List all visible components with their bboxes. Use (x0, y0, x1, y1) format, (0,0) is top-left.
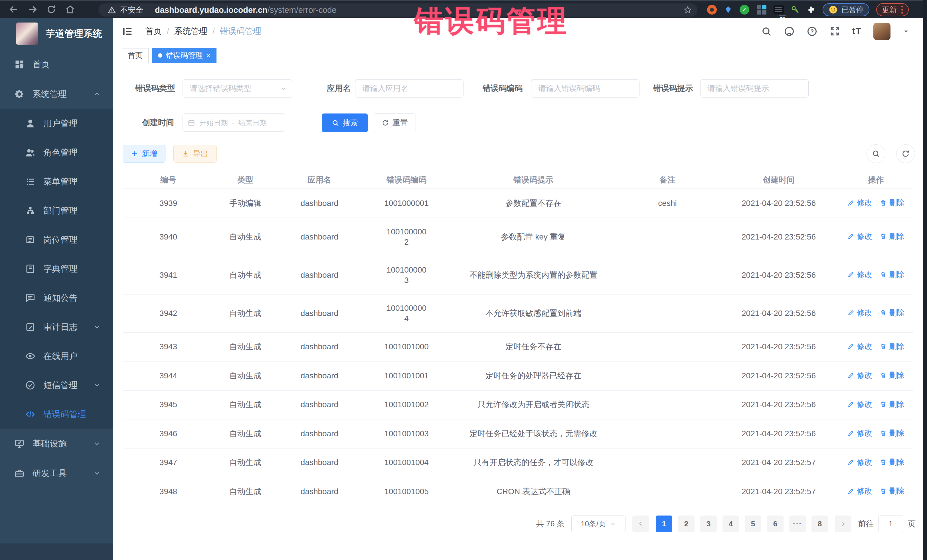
edit-button[interactable]: 修改 (847, 428, 872, 438)
edit-button[interactable]: 修改 (847, 486, 872, 496)
delete-button[interactable]: 删除 (880, 269, 904, 280)
page-button-4[interactable]: 4 (722, 516, 739, 532)
edit-button[interactable]: 修改 (847, 399, 872, 410)
window-edge-scrollbar[interactable] (923, 0, 927, 560)
sidebar-item-dept[interactable]: 部门管理 (0, 196, 112, 225)
sidebar-item-audit[interactable]: 审计日志 (0, 313, 112, 341)
extension-check-icon[interactable]: ✓ (739, 5, 749, 15)
add-button[interactable]: 新增 (123, 145, 166, 162)
fullscreen-icon[interactable] (830, 26, 840, 37)
extension-list-icon[interactable]: on (774, 5, 784, 15)
refresh-table-button[interactable] (896, 144, 915, 163)
delete-button[interactable]: 删除 (880, 486, 904, 496)
delete-button[interactable]: 删除 (880, 457, 904, 467)
delete-button[interactable]: 删除 (880, 341, 904, 352)
page-button-8[interactable]: 8 (812, 516, 828, 532)
paused-extension-pill[interactable]: 已暂停 (823, 3, 869, 16)
breadcrumb-item[interactable]: 首页 (145, 26, 162, 37)
errcode-code-input[interactable] (531, 79, 640, 97)
extension-grid-icon[interactable] (757, 5, 767, 15)
dictionary-icon (25, 264, 35, 274)
reload-icon[interactable] (46, 4, 56, 15)
goto-page-input[interactable] (878, 516, 903, 532)
errcode-hint-input[interactable] (700, 79, 808, 97)
search-icon[interactable] (761, 26, 772, 37)
edit-label: 修改 (857, 341, 872, 352)
back-icon[interactable] (9, 4, 19, 15)
page-button-3[interactable]: 3 (700, 516, 717, 532)
sidebar-item-user[interactable]: 用户管理 (0, 109, 112, 138)
hamburger-icon[interactable] (121, 25, 133, 37)
page-button-2[interactable]: 2 (678, 516, 694, 532)
page-size-select[interactable]: 10条/页 (571, 516, 626, 532)
sidebar-item-devtool[interactable]: 研发工具 (0, 458, 112, 488)
chevron-down-icon[interactable] (903, 28, 910, 35)
sidebar-item-label: 通知公告 (43, 292, 78, 304)
tab-首页[interactable]: 首页 (122, 48, 149, 63)
update-button[interactable]: 更新 (876, 3, 909, 16)
sidebar-item-dict[interactable]: 字典管理 (0, 254, 112, 284)
sidebar-item-role[interactable]: 角色管理 (0, 138, 112, 167)
home-nav-icon[interactable] (65, 4, 75, 15)
page-button-5[interactable]: 5 (745, 516, 761, 532)
tab-错误码管理[interactable]: 错误码管理× (152, 48, 216, 63)
topbar: 首页/系统管理/错误码管理 ? tT (112, 18, 923, 45)
browser-menu-icon[interactable] (901, 6, 903, 14)
breadcrumb-item[interactable]: 系统管理 (174, 26, 207, 37)
cell-type: 自动生成 (214, 477, 277, 506)
sms-icon (25, 380, 35, 390)
edit-button[interactable]: 修改 (847, 231, 872, 241)
edit-button[interactable]: 修改 (847, 197, 872, 208)
export-button[interactable]: 导出 (173, 145, 217, 162)
show-search-toggle-button[interactable] (866, 144, 885, 163)
forward-icon[interactable] (27, 4, 38, 15)
sidebar-item-menu[interactable]: 菜单管理 (0, 167, 112, 196)
delete-button[interactable]: 删除 (880, 231, 904, 241)
extension-key-icon[interactable] (791, 5, 800, 14)
app-name-label: 应用名 (296, 79, 351, 97)
edit-button[interactable]: 修改 (847, 457, 872, 467)
app-name-input[interactable] (355, 79, 464, 97)
edit-button[interactable]: 修改 (847, 341, 872, 352)
date-end-placeholder: 结束日期 (238, 118, 267, 127)
edit-button[interactable]: 修改 (847, 370, 872, 380)
bookmark-star-icon[interactable] (683, 5, 692, 15)
sidebar-item-errcode[interactable]: 错误码管理 (0, 400, 112, 429)
address-bar[interactable]: 不安全 dashboard.yudao.iocoder.cn/system/er… (99, 3, 698, 17)
delete-button[interactable]: 删除 (880, 370, 904, 380)
sidebar-item-online[interactable]: 在线用户 (0, 341, 112, 371)
search-button[interactable]: 搜索 (322, 114, 368, 132)
user-avatar[interactable] (873, 23, 891, 40)
extension-orange-icon[interactable] (707, 5, 717, 15)
sidebar-item-post[interactable]: 岗位管理 (0, 225, 112, 254)
url-text[interactable]: dashboard.yudao.iocoder.cn/system/error-… (155, 5, 337, 15)
security-label[interactable]: 不安全 (120, 5, 143, 15)
font-size-icon[interactable]: tT (852, 26, 862, 36)
prev-page-button[interactable] (632, 516, 649, 532)
extension-gem-icon[interactable] (724, 5, 732, 14)
help-icon[interactable]: ? (807, 26, 818, 37)
sidebar-item-notice[interactable]: 通知公告 (0, 284, 112, 313)
delete-button[interactable]: 删除 (880, 399, 904, 410)
table-row: 3942自动生成dashboard100100000 4不允许获取敏感配置到前端… (123, 294, 913, 332)
delete-button[interactable]: 删除 (880, 428, 904, 438)
page-ellipsis[interactable]: ··· (789, 516, 806, 532)
page-button-1[interactable]: 1 (656, 516, 672, 532)
extensions-puzzle-icon[interactable] (807, 5, 816, 14)
next-page-button[interactable] (835, 516, 851, 532)
close-icon[interactable]: × (206, 52, 211, 59)
errcode-type-select[interactable] (182, 79, 292, 97)
edit-button[interactable]: 修改 (847, 269, 872, 280)
sidebar-item-sms[interactable]: 短信管理 (0, 371, 112, 400)
github-icon[interactable] (784, 26, 795, 37)
edit-button[interactable]: 修改 (847, 308, 872, 318)
delete-button[interactable]: 删除 (880, 197, 904, 208)
create-time-range-picker[interactable]: 开始日期 - 结束日期 (182, 114, 285, 132)
sidebar-item-system[interactable]: 系统管理 (0, 79, 112, 109)
sidebar-item-infra[interactable]: 基础设施 (0, 429, 112, 458)
reset-button[interactable]: 重置 (374, 114, 416, 132)
delete-button[interactable]: 删除 (880, 308, 904, 318)
app-logo-row[interactable]: 芋道管理系统 (0, 18, 112, 50)
sidebar-item-home[interactable]: 首页 (0, 50, 112, 79)
page-button-6[interactable]: 6 (767, 516, 784, 532)
